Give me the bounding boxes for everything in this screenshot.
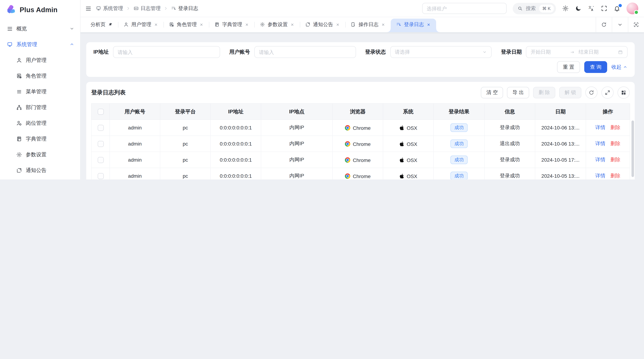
unlock-button[interactable]: 解 锁 (559, 87, 582, 98)
moon-icon[interactable] (575, 5, 582, 12)
sidebar-item-menus[interactable]: 菜单管理 (3, 84, 77, 99)
role-icon (169, 22, 174, 27)
row-checkbox[interactable] (98, 157, 104, 163)
reset-button[interactable]: 重 置 (557, 61, 580, 73)
chevron-up-icon (623, 65, 628, 69)
breadcrumb-item[interactable]: 系统管理 (96, 5, 123, 12)
sidebar-item-parameters[interactable]: 参数设置 (3, 147, 77, 162)
close-icon[interactable] (290, 22, 294, 27)
column-header: 登录平台 (160, 103, 210, 120)
detail-link[interactable]: 详情 (595, 124, 605, 130)
svg-text:A: A (591, 8, 593, 11)
close-icon[interactable] (336, 22, 340, 27)
avatar[interactable] (626, 2, 638, 14)
status-select[interactable]: 请选择 (390, 46, 492, 58)
sidebar-item-system[interactable]: 系统管理 (3, 36, 77, 52)
cell-os: OSX (383, 120, 434, 136)
row-checkbox[interactable] (98, 125, 104, 131)
sidebar-menu: 概览系统管理用户管理角色管理菜单管理部门管理岗位管理字典管理参数设置通知公告DE… (0, 20, 80, 179)
chrome-icon (345, 125, 350, 130)
tabbar-action-fullscreen-box[interactable] (628, 17, 644, 32)
expand-table-button[interactable] (602, 86, 614, 99)
column-header: IP地址 (210, 103, 261, 120)
cell-result: 成功 (434, 152, 484, 168)
table-header-row: 用户账号登录平台IP地址IP地点浏览器系统登录结果信息日期操作 (92, 103, 630, 120)
gear-icon (260, 22, 265, 27)
global-search[interactable]: 搜索 ⌘ K (512, 3, 556, 14)
table-scrollbar[interactable] (632, 120, 634, 179)
delete-link[interactable]: 删除 (610, 140, 620, 146)
header-actions: 搜索 ⌘ K 文A (422, 2, 638, 14)
close-icon[interactable] (154, 22, 158, 27)
tab-users[interactable]: 用户管理 (118, 17, 164, 32)
row-checkbox[interactable] (98, 141, 104, 147)
breadcrumb-item[interactable]: 登录日志 (171, 5, 198, 12)
row-checkbox[interactable] (98, 173, 104, 179)
tab-notices[interactable]: 通知公告 (300, 17, 345, 32)
tab-roles[interactable]: 角色管理 (164, 17, 209, 32)
app-logo[interactable]: Plus Admin (0, 0, 80, 20)
tab-operation-log[interactable]: 操作日志 (345, 17, 391, 32)
sidebar-item-logs[interactable]: DEV日志管理 (3, 178, 77, 179)
select-all-checkbox[interactable] (98, 109, 104, 115)
tabbar-actions (596, 17, 644, 32)
breadcrumb: 系统管理DEV日志管理登录日志 (96, 5, 198, 12)
detail-link[interactable]: 详情 (595, 140, 605, 146)
scrollbar-thumb[interactable] (632, 120, 634, 177)
close-icon[interactable] (245, 22, 249, 27)
header-icon-group: 文A (562, 5, 620, 12)
sidebar-item-posts[interactable]: 岗位管理 (3, 115, 77, 131)
query-button[interactable]: 查 询 (584, 61, 607, 73)
refresh-icon (601, 22, 607, 27)
breadcrumb-label: 登录日志 (178, 5, 198, 12)
chrome-icon (345, 173, 350, 179)
tab-label: 字典管理 (222, 21, 242, 28)
fullscreen-icon[interactable] (601, 5, 608, 12)
main-content: IP地址 用户账号 登录状态 请选择 登录日期 (80, 32, 644, 179)
svg-text:DEV: DEV (135, 8, 138, 9)
sidebar-item-departments[interactable]: 部门管理 (3, 99, 77, 115)
ip-input[interactable] (113, 46, 220, 58)
sidebar-item-label: 菜单管理 (26, 88, 74, 95)
delete-button[interactable]: 删 除 (533, 87, 555, 98)
delete-link[interactable]: 删除 (610, 124, 620, 130)
sidebar-item-overview[interactable]: 概览 (3, 21, 77, 36)
tabbar-action-refresh[interactable] (596, 17, 612, 32)
tab-dictionaries[interactable]: 字典管理 (209, 17, 254, 32)
cell-date: 2024-10-05 17:... (535, 152, 586, 168)
chevron-down-icon (617, 22, 623, 27)
tab-login-log[interactable]: 登录日志 (391, 18, 436, 32)
sidebar-item-notices[interactable]: 通知公告 (3, 162, 77, 178)
translate-icon[interactable]: 文A (588, 5, 595, 12)
cell-ip: 0:0:0:0:0:0:0:1 (210, 152, 261, 168)
close-icon[interactable] (199, 22, 204, 27)
detail-link[interactable]: 详情 (595, 157, 605, 162)
close-icon[interactable] (426, 22, 431, 27)
account-input[interactable] (254, 46, 356, 58)
date-range-picker[interactable]: 开始日期 结束日期 (526, 46, 628, 58)
close-icon[interactable] (381, 22, 385, 27)
refresh-table-button[interactable] (585, 86, 598, 99)
clear-button[interactable]: 清 空 (481, 87, 503, 98)
delete-link[interactable]: 删除 (610, 173, 620, 178)
tabbar-action-chevron-down[interactable] (612, 17, 628, 32)
collapse-filter-link[interactable]: 收起 (612, 64, 628, 70)
tab-analysis[interactable]: 分析页 (85, 17, 118, 32)
result-badge: 成功 (450, 139, 468, 148)
delete-link[interactable]: 删除 (610, 157, 620, 162)
column-settings-button[interactable] (618, 86, 630, 99)
gear-icon[interactable] (562, 5, 569, 12)
bell-icon[interactable] (614, 5, 620, 12)
sidebar-item-roles[interactable]: 角色管理 (3, 68, 77, 84)
export-button[interactable]: 导 出 (507, 87, 529, 98)
detail-link[interactable]: 详情 (595, 173, 605, 178)
sidebar-item-users[interactable]: 用户管理 (3, 52, 77, 68)
hamburger-icon[interactable] (85, 5, 92, 12)
sidebar-item-dictionaries[interactable]: 字典管理 (3, 131, 77, 147)
ip-label: IP地址 (94, 49, 108, 55)
tab-parameters[interactable]: 参数设置 (254, 17, 300, 32)
breadcrumb-item[interactable]: DEV日志管理 (134, 5, 161, 12)
tenant-select-input[interactable] (422, 3, 506, 14)
sidebar-item-label: 通知公告 (26, 167, 74, 174)
cell-actions: 详情删除 (586, 136, 630, 152)
